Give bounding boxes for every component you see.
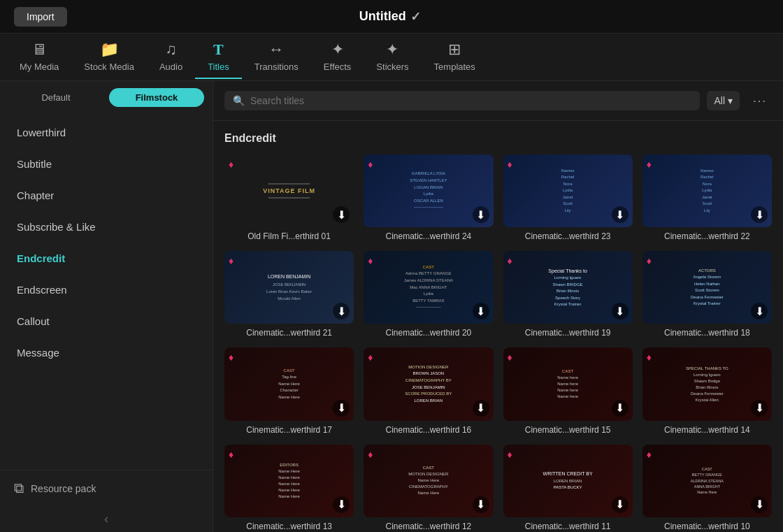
search-icon: 🔍 (233, 95, 245, 106)
thumb-14: ♦ CAST MOTION DESIGNERName HereCINEMATOG… (364, 445, 493, 517)
main-area: Default Filmstock Lowerthird Subtitle Ch… (0, 81, 783, 532)
sidebar-item-endscreen[interactable]: Endscreen (0, 274, 213, 305)
download-icon-11[interactable]: ⬇ (612, 400, 628, 417)
premium-icon-14: ♦ (368, 449, 373, 460)
grid-item-9[interactable]: ♦ CASTTag lineName HereCharacterName Her… (224, 347, 354, 434)
sidebar-tab-default[interactable]: Default (8, 88, 103, 107)
grid-item-16[interactable]: ♦ CAST BETTY ORANGEALDRINA STEANAANNA BR… (642, 445, 772, 531)
grid-item-7[interactable]: ♦ Special Thanks to Lorning IguaroShawn … (503, 251, 633, 338)
grid-item-11[interactable]: ♦ CASTName hereName hereName hereName he… (503, 347, 633, 434)
grid-label-4: Cinematic...werthird 22 (642, 231, 772, 241)
sidebar-list: Lowerthird Subtitle Chapter Subscribe & … (0, 114, 213, 470)
thumb-4: ♦ NamesRachelNoraLydiaJanetScottLily ⬇ (642, 154, 772, 227)
grid-label-10: Cinematic...werthird 16 (364, 425, 493, 435)
download-icon-8[interactable]: ⬇ (751, 303, 768, 319)
download-icon-3[interactable]: ⬇ (612, 206, 628, 223)
project-check-icon[interactable]: ✓ (410, 9, 421, 24)
grid-item-13[interactable]: ♦ EDITORS Name HereName HereName HereNam… (224, 445, 354, 531)
premium-icon-10: ♦ (368, 352, 373, 363)
tab-stickers[interactable]: ✦ Stickers (364, 35, 421, 79)
grid-item-15[interactable]: ♦ WRITTEN CREDIT BY LOREN BRIAN PASTA BU… (503, 445, 633, 531)
download-icon-9[interactable]: ⬇ (333, 400, 350, 417)
premium-icon-6: ♦ (368, 255, 373, 266)
premium-icon-9: ♦ (229, 352, 234, 363)
titles-icon: T (213, 41, 224, 59)
thumb-9: ♦ CASTTag lineName HereCharacterName Her… (224, 347, 354, 420)
filter-dropdown[interactable]: All ▾ (707, 91, 740, 110)
premium-icon-15: ♦ (508, 449, 512, 460)
content-header: 🔍 All ▾ ⋯ (213, 81, 783, 121)
stickers-icon: ✦ (386, 41, 398, 59)
premium-icon-12: ♦ (647, 352, 652, 363)
tab-stock-media[interactable]: 📁 Stock Media (71, 35, 147, 79)
tab-my-media[interactable]: 🖥 My Media (7, 35, 71, 79)
tab-audio[interactable]: ♫ Audio (147, 35, 195, 79)
download-icon-16[interactable]: ⬇ (751, 496, 768, 513)
thumb-16: ♦ CAST BETTY ORANGEALDRINA STEANAANNA BR… (642, 445, 772, 517)
sidebar-item-chapter[interactable]: Chapter (0, 180, 213, 211)
grid-item-5[interactable]: ♦ LOREN BENJAMIN JOSE BENJAMINLoren Bria… (224, 251, 354, 338)
grid-item-8[interactable]: ♦ ACTORS Angela StoremHelen NathanScott … (642, 251, 772, 338)
download-icon-1[interactable]: ⬇ (333, 206, 350, 223)
download-icon-14[interactable]: ⬇ (473, 496, 489, 513)
grid-item-14[interactable]: ♦ CAST MOTION DESIGNERName HereCINEMATOG… (364, 445, 493, 531)
sidebar: Default Filmstock Lowerthird Subtitle Ch… (0, 81, 213, 532)
sidebar-tab-filmstock[interactable]: Filmstock (109, 88, 204, 107)
transitions-icon: ↔ (268, 41, 284, 59)
filter-all-label: All (714, 95, 725, 106)
grid-item-1[interactable]: ♦ ══════════════ VINTAGE FILM ══════════… (224, 154, 354, 241)
download-icon-12[interactable]: ⬇ (751, 400, 768, 417)
resource-pack-button[interactable]: ⧉ Resource pack (0, 470, 213, 506)
stock-media-icon: 📁 (100, 41, 119, 59)
premium-icon-8: ♦ (647, 255, 652, 266)
grid-item-3[interactable]: ♦ NamesRachelNoraLydiaJanetScottLily ⬇ C… (503, 154, 633, 241)
import-button[interactable]: Import (14, 7, 67, 27)
download-icon-10[interactable]: ⬇ (473, 400, 489, 417)
project-title-container: Untitled ✓ (359, 9, 421, 24)
sidebar-item-endcredit[interactable]: Endcredit (0, 243, 213, 274)
grid-item-12[interactable]: ♦ SPECIAL THANKS TO Lorning IguaroShawn … (642, 347, 772, 434)
download-icon-5[interactable]: ⬇ (333, 303, 350, 319)
grid-label-9: Cinematic...werthird 17 (224, 425, 354, 435)
download-icon-13[interactable]: ⬇ (333, 496, 350, 513)
sidebar-item-lowerthird[interactable]: Lowerthird (0, 117, 213, 148)
tab-templates[interactable]: ⊞ Templates (422, 35, 488, 79)
tab-audio-label: Audio (159, 62, 182, 72)
tab-titles[interactable]: T Titles (195, 35, 242, 79)
download-icon-4[interactable]: ⬇ (751, 206, 768, 223)
grid-item-2[interactable]: ♦ GABRIELA LYDIASTEVEN HARTLEYLOGAN BRIA… (364, 154, 493, 241)
tab-stock-media-label: Stock Media (84, 62, 134, 72)
chevron-down-icon: ▾ (728, 95, 733, 106)
download-icon-7[interactable]: ⬇ (612, 303, 628, 319)
more-options-button[interactable]: ⋯ (747, 89, 772, 112)
grid-label-15: Cinematic...werthird 11 (503, 522, 633, 531)
audio-icon: ♫ (165, 41, 177, 59)
nav-tabs: 🖥 My Media 📁 Stock Media ♫ Audio T Title… (0, 34, 783, 81)
download-icon-6[interactable]: ⬇ (473, 303, 489, 319)
search-input[interactable] (250, 95, 691, 106)
premium-icon-4: ♦ (647, 159, 652, 170)
tab-transitions[interactable]: ↔ Transitions (242, 35, 311, 79)
templates-icon: ⊞ (448, 41, 461, 59)
grid-item-4[interactable]: ♦ NamesRachelNoraLydiaJanetScottLily ⬇ C… (642, 154, 772, 241)
thumb-10: ♦ MOTION DESIGNERBROWN JASON CINEMATOGRA… (364, 347, 493, 420)
grid-item-6[interactable]: ♦ CASTAdrina BETTY ORANGEJames ALDRINA S… (364, 251, 493, 338)
download-icon-2[interactable]: ⬇ (473, 206, 489, 223)
sidebar-item-subscribe-like[interactable]: Subscribe & Like (0, 211, 213, 243)
sidebar-item-message[interactable]: Message (0, 337, 213, 368)
thumb-content-1: ══════════════ VINTAGE FILM ════════════… (263, 154, 315, 227)
tab-effects[interactable]: ✦ Effects (311, 35, 364, 79)
sidebar-collapse-button[interactable]: ‹ (0, 506, 213, 532)
grid-item-10[interactable]: ♦ MOTION DESIGNERBROWN JASON CINEMATOGRA… (364, 347, 493, 434)
sidebar-item-callout[interactable]: Callout (0, 305, 213, 337)
premium-icon-11: ♦ (508, 352, 512, 363)
sidebar-item-subtitle[interactable]: Subtitle (0, 148, 213, 180)
grid-label-5: Cinematic...werthird 21 (224, 328, 354, 338)
grid-label-7: Cinematic...werthird 19 (503, 328, 633, 338)
thumb-11: ♦ CASTName hereName hereName hereName he… (503, 347, 633, 420)
premium-icon-16: ♦ (647, 449, 652, 460)
content-area: 🔍 All ▾ ⋯ Endcredit ♦ ══════════════ VIN (213, 81, 783, 532)
thumb-5: ♦ LOREN BENJAMIN JOSE BENJAMINLoren Bria… (224, 251, 354, 324)
download-icon-15[interactable]: ⬇ (612, 496, 628, 513)
grid-label-16: Cinematic...werthird 10 (642, 522, 772, 531)
